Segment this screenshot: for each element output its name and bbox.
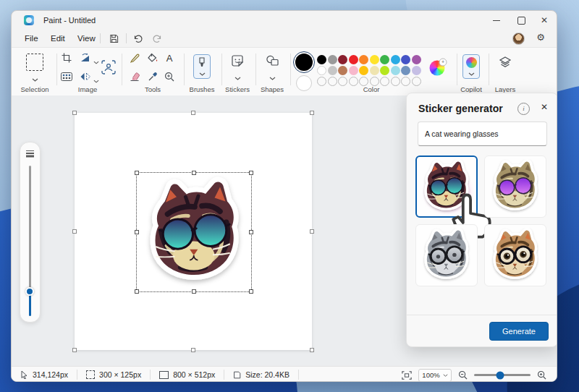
menu-view[interactable]: View (72, 32, 101, 45)
panel-close-button[interactable]: ✕ (541, 102, 548, 112)
resize-button[interactable] (61, 72, 72, 81)
undo-button[interactable] (130, 32, 146, 45)
sticker-thumbnail-tan-purple-sunglasses[interactable] (484, 155, 546, 218)
crop-button[interactable] (62, 53, 72, 64)
color-swatch[interactable] (338, 66, 347, 75)
canvas-resize-handle[interactable] (310, 348, 314, 352)
color-swatch[interactable] (349, 66, 358, 75)
selection-resize-handle[interactable] (192, 289, 196, 294)
copilot-button[interactable] (462, 54, 480, 79)
color-swatch[interactable] (412, 55, 421, 64)
color-swatch[interactable] (391, 66, 400, 75)
remove-background-button[interactable] (101, 60, 116, 74)
brushes-button[interactable] (193, 54, 211, 79)
selection-resize-handle[interactable] (135, 289, 139, 294)
maximize-button[interactable] (509, 11, 533, 30)
size-slider-track[interactable] (29, 166, 31, 300)
sticker-thumbnail-gray-round-glasses[interactable] (415, 224, 478, 286)
selection-tool[interactable] (26, 54, 43, 71)
pencil-tool[interactable] (130, 53, 140, 63)
color-slot-empty[interactable] (391, 77, 400, 86)
fit-to-screen-icon[interactable] (402, 370, 412, 380)
close-button[interactable]: ✕ (532, 11, 557, 30)
color-slot-empty[interactable] (328, 77, 337, 86)
save-button[interactable] (106, 32, 122, 45)
zoom-in-icon[interactable] (537, 370, 546, 380)
cat-sticker-selected[interactable] (140, 175, 249, 289)
chevron-down-icon[interactable] (269, 77, 276, 80)
info-icon[interactable]: i (517, 103, 530, 115)
color-swatch[interactable] (412, 66, 421, 75)
edit-colors-wheel-icon[interactable] (430, 61, 445, 76)
selection-resize-handle[interactable] (249, 230, 253, 234)
selection-bounding-box[interactable] (136, 172, 252, 292)
chevron-down-icon[interactable] (93, 61, 99, 64)
eraser-tool[interactable] (130, 72, 140, 82)
canvas-resize-handle[interactable] (310, 229, 314, 234)
color-swatch[interactable] (317, 55, 326, 64)
selection-resize-handle[interactable] (192, 171, 196, 175)
menu-edit[interactable]: Edit (45, 32, 71, 45)
canvas-resize-handle[interactable] (72, 111, 77, 115)
drawing-canvas[interactable] (75, 113, 312, 350)
zoom-out-icon[interactable] (458, 370, 468, 380)
color-swatch[interactable] (370, 55, 379, 64)
sticker-thumbnail-tabby-round-glasses[interactable] (484, 224, 546, 286)
menu-file[interactable]: File (19, 32, 44, 45)
color-swatch[interactable] (328, 55, 337, 64)
selection-resize-handle[interactable] (249, 171, 253, 175)
color-picker-tool[interactable] (148, 72, 158, 82)
color-slot-empty[interactable] (401, 77, 410, 86)
color-swatch[interactable] (401, 66, 410, 75)
color-swatch[interactable] (380, 66, 389, 75)
color-slot-empty[interactable] (349, 77, 358, 86)
generate-button[interactable]: Generate (489, 322, 549, 341)
canvas-resize-handle[interactable] (72, 348, 77, 352)
color-swatch[interactable] (338, 55, 347, 64)
zoom-level-dropdown[interactable]: 100% (418, 369, 452, 382)
color-slot-empty[interactable] (412, 77, 421, 86)
selection-resize-handle[interactable] (135, 230, 139, 234)
secondary-color-swatch[interactable] (296, 75, 312, 91)
chevron-down-icon[interactable] (234, 77, 241, 80)
size-slider-thumb[interactable] (25, 287, 34, 296)
primary-color-swatch[interactable] (295, 54, 313, 71)
selection-resize-handle[interactable] (135, 171, 139, 175)
color-swatch[interactable] (359, 66, 368, 75)
redo-button[interactable] (149, 32, 165, 45)
account-avatar[interactable] (512, 33, 525, 45)
color-swatch[interactable] (370, 66, 379, 75)
chevron-down-icon[interactable] (32, 78, 38, 82)
settings-gear-icon[interactable]: ⚙ (536, 32, 545, 43)
color-slot-empty[interactable] (380, 77, 389, 86)
title-bar[interactable]: Paint - Untitled ✕ (12, 11, 557, 30)
fill-tool[interactable] (148, 53, 159, 63)
zoom-slider-thumb[interactable] (496, 371, 504, 379)
color-swatch[interactable] (349, 55, 358, 64)
magnifier-tool[interactable] (164, 72, 174, 82)
color-slot-empty[interactable] (338, 77, 347, 86)
selection-resize-handle[interactable] (249, 289, 253, 294)
zoom-slider-track[interactable] (474, 374, 531, 376)
color-swatch[interactable] (401, 55, 410, 64)
sticker-thumbnail-tabby-teal-sunglasses-selected[interactable] (415, 155, 478, 218)
color-swatch[interactable] (380, 55, 389, 64)
minimize-button[interactable] (484, 11, 509, 30)
canvas-resize-handle[interactable] (191, 111, 195, 115)
layers-button[interactable] (499, 56, 512, 69)
color-swatch[interactable] (391, 55, 400, 64)
color-slot-empty[interactable] (317, 77, 326, 86)
sticker-prompt-input[interactable] (418, 122, 547, 146)
canvas-resize-handle[interactable] (310, 111, 314, 115)
rotate-button[interactable] (80, 53, 91, 63)
chevron-down-icon[interactable] (93, 80, 99, 83)
stickers-button[interactable] (231, 54, 244, 67)
color-swatch[interactable] (359, 55, 368, 64)
canvas-resize-handle[interactable] (72, 229, 77, 234)
canvas-resize-handle[interactable] (191, 348, 195, 352)
color-swatch[interactable] (328, 66, 337, 75)
color-swatch[interactable] (317, 66, 326, 75)
flip-button[interactable] (80, 72, 91, 82)
shapes-button[interactable] (266, 55, 279, 67)
text-tool[interactable]: A (166, 53, 173, 64)
